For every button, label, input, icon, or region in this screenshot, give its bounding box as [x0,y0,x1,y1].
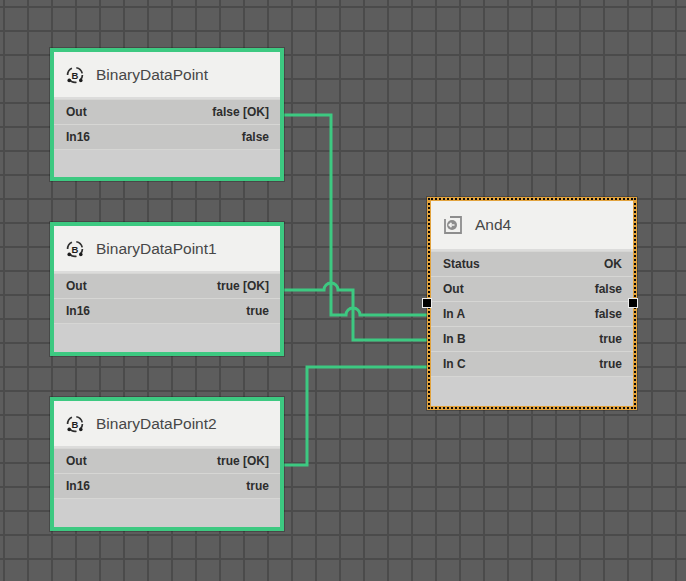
svg-text:B: B [72,69,79,80]
slot-label: In16 [66,304,90,318]
binary-point-icon: B [64,238,86,260]
slot-value: false [OK] [212,105,269,119]
slot-label: In A [443,307,465,321]
slot-label: Out [66,105,87,119]
slot-value: true [599,332,622,346]
block-header[interactable]: B BinaryDataPoint1 [54,226,280,273]
slot-label: In B [443,332,466,346]
slot-row-empty[interactable] [54,149,280,177]
block-header[interactable]: And4 [431,201,633,251]
function-block-and4[interactable]: And4 Status OK Out false In A false In B… [427,197,637,410]
slot-row-out[interactable]: Out true [OK] [54,273,280,298]
slot-value: true [246,304,269,318]
svg-text:B: B [72,243,79,254]
binary-point-icon: B [64,64,86,86]
svg-text:B: B [72,418,79,429]
block-header[interactable]: B BinaryDataPoint2 [54,401,280,448]
slot-row-in-b[interactable]: In B true [431,326,633,351]
slot-row-in-c[interactable]: In C true [431,351,633,376]
logic-and-icon [441,213,465,237]
function-block-binarydatapoint2[interactable]: B BinaryDataPoint2 Out true [OK] In16 tr… [50,397,284,531]
block-header[interactable]: B BinaryDataPoint [54,52,280,99]
block-title: BinaryDataPoint2 [96,415,217,433]
slot-value: true [OK] [217,454,269,468]
slot-row-out[interactable]: Out false [431,276,633,301]
selection-handle-left[interactable] [422,298,432,308]
wire-link[interactable] [284,115,427,315]
slot-label: Out [66,279,87,293]
slot-label: Out [66,454,87,468]
slot-label: In16 [66,130,90,144]
wire-link[interactable] [284,283,427,340]
slot-value: true [246,479,269,493]
slot-row-out[interactable]: Out true [OK] [54,448,280,473]
slot-label: Status [443,257,480,271]
slot-row-in16[interactable]: In16 true [54,298,280,323]
slot-row-empty[interactable] [54,498,280,527]
function-block-binarydatapoint1[interactable]: B BinaryDataPoint1 Out true [OK] In16 tr… [50,222,284,356]
slot-row-in16[interactable]: In16 true [54,473,280,498]
slot-label: Out [443,282,464,296]
slot-row-empty[interactable] [431,376,633,406]
slot-value: true [OK] [217,279,269,293]
slot-row-in16[interactable]: In16 false [54,124,280,149]
selection-handle-right[interactable] [628,298,638,308]
slot-row-status[interactable]: Status OK [431,251,633,276]
block-title: And4 [475,216,511,234]
wire-sheet-canvas[interactable]: B BinaryDataPoint Out false [OK] In16 fa… [0,0,686,581]
slot-value: false [242,130,269,144]
slot-value: true [599,357,622,371]
block-title: BinaryDataPoint [96,66,208,84]
slot-row-empty[interactable] [54,323,280,352]
slot-value: OK [604,257,622,271]
function-block-binarydatapoint[interactable]: B BinaryDataPoint Out false [OK] In16 fa… [50,48,284,181]
slot-row-in-a[interactable]: In A false [431,301,633,326]
slot-value: false [595,282,622,296]
wire-link[interactable] [284,367,427,465]
block-title: BinaryDataPoint1 [96,240,217,258]
slot-value: false [595,307,622,321]
binary-point-icon: B [64,413,86,435]
slot-row-out[interactable]: Out false [OK] [54,99,280,124]
slot-label: In16 [66,479,90,493]
slot-label: In C [443,357,466,371]
